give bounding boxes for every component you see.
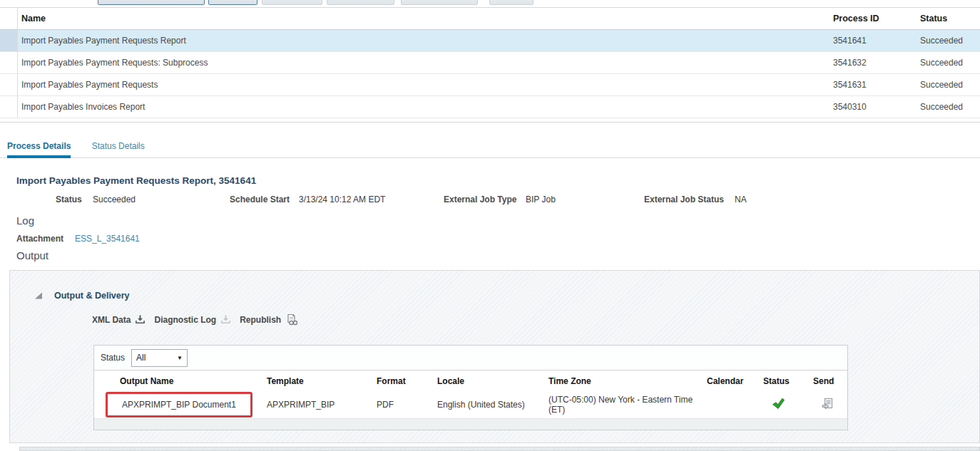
format-cell: PDF <box>377 400 437 410</box>
status-value: Succeeded <box>93 195 136 204</box>
external-job-status-label: External Job Status <box>644 195 724 204</box>
column-header-time-zone[interactable]: Time Zone <box>548 376 707 386</box>
output-table-row[interactable]: APXPRIMPT_BIP Document1 APXPRIMPT_BIP PD… <box>94 391 847 418</box>
detail-tabs: Process Details Status Details <box>0 138 980 158</box>
column-header-calendar[interactable]: Calendar <box>707 376 763 386</box>
time-zone-cell: (UTC-05:00) New York - Eastern Time (ET) <box>548 395 707 415</box>
external-job-type-value: BIP Job <box>526 195 556 204</box>
row-selector-gutter[interactable] <box>0 74 18 95</box>
process-status: Succeeded <box>920 52 980 73</box>
section-title: Output & Delivery <box>54 291 130 301</box>
process-name[interactable]: Import Payables Payment Requests: Subpro… <box>18 52 833 73</box>
success-check-icon <box>772 398 785 410</box>
process-status: Succeeded <box>920 96 980 118</box>
external-job-status-value: NA <box>735 195 747 204</box>
xml-data-button[interactable]: XML Data <box>92 314 146 325</box>
process-status: Succeeded <box>920 30 980 51</box>
republish-document-icon <box>285 313 297 326</box>
republish-button[interactable]: Republish <box>240 313 297 326</box>
row-selector-gutter <box>0 8 18 29</box>
column-header-status[interactable]: Status <box>920 8 980 29</box>
toolbar-button-2[interactable] <box>208 0 257 5</box>
tab-status-details[interactable]: Status Details <box>92 138 145 158</box>
process-id: 3541631 <box>833 74 920 95</box>
schedule-start-value: 3/13/24 10:12 AM EDT <box>299 195 385 204</box>
scheduled-processes-screen: Name Process ID Status Import Payables P… <box>0 0 980 451</box>
output-name-cell[interactable]: APXPRIMPT_BIP Document1 <box>94 392 267 418</box>
top-toolbar <box>0 0 980 6</box>
send-document-icon <box>822 398 834 410</box>
process-id: 3540310 <box>833 96 920 118</box>
attachment-link[interactable]: ESS_L_3541641 <box>75 234 140 244</box>
toolbar-button-1[interactable] <box>98 0 205 5</box>
output-table-box: Status All ▼ Output Name Template Format… <box>93 345 848 430</box>
collapse-triangle-icon[interactable] <box>35 293 42 299</box>
row-selector-gutter[interactable] <box>0 96 18 118</box>
table-row[interactable]: Import Payables Payment Requests 3541631… <box>0 74 980 96</box>
process-status: Succeeded <box>920 74 980 95</box>
attachment-label: Attachment <box>16 234 63 244</box>
process-table-header: Name Process ID Status <box>0 7 980 30</box>
status-filter-dropdown[interactable]: All ▼ <box>131 349 188 367</box>
output-delivery-panel: Output & Delivery XML Data Diagnostic Lo… <box>9 270 980 443</box>
row-selector-gutter[interactable] <box>0 30 18 51</box>
template-cell: APXPRIMPT_BIP <box>267 400 377 410</box>
red-annotation-box: APXPRIMPT_BIP Document1 <box>106 392 252 418</box>
output-toolbar: XML Data Diagnostic Log Republish <box>92 313 297 326</box>
locale-cell: English (United States) <box>437 400 548 410</box>
external-job-type-label: External Job Type <box>444 195 516 204</box>
toolbar-button-6[interactable] <box>489 0 534 5</box>
row-selector-gutter[interactable] <box>0 52 18 73</box>
column-header-status[interactable]: Status <box>763 376 813 386</box>
status-cell <box>763 398 813 412</box>
send-cell[interactable] <box>813 398 849 413</box>
process-id: 3541632 <box>833 52 920 73</box>
process-name[interactable]: Import Payables Payment Requests Report <box>18 30 833 51</box>
process-name[interactable]: Import Payables Payment Requests <box>18 74 833 95</box>
status-label: Status <box>56 195 82 204</box>
column-header-locale[interactable]: Locale <box>437 376 548 386</box>
column-header-process-id[interactable]: Process ID <box>833 8 920 29</box>
section-header[interactable]: Output & Delivery <box>35 291 130 301</box>
process-name[interactable]: Import Payables Invoices Report <box>18 96 833 118</box>
process-results-table: Name Process ID Status Import Payables P… <box>0 7 980 123</box>
column-header-send[interactable]: Send <box>813 376 849 386</box>
output-table-header: Output Name Template Format Locale Time … <box>94 370 847 391</box>
output-table-footer <box>94 418 847 430</box>
column-header-output-name[interactable]: Output Name <box>94 376 267 386</box>
schedule-start-label: Schedule Start <box>230 195 290 204</box>
column-header-name[interactable]: Name <box>18 8 833 29</box>
toolbar-button-5[interactable] <box>401 0 478 5</box>
column-header-format[interactable]: Format <box>377 376 437 386</box>
detail-fields: Status Succeeded Schedule Start 3/13/24 … <box>0 195 980 207</box>
page-title: Import Payables Payment Requests Report,… <box>16 175 256 186</box>
output-section-heading: Output <box>16 249 49 261</box>
log-section-heading: Log <box>16 214 34 227</box>
table-row[interactable]: Import Payables Payment Requests: Subpro… <box>0 52 980 74</box>
caret-down-icon: ▼ <box>177 355 183 361</box>
table-row[interactable]: Import Payables Payment Requests Report … <box>0 30 980 52</box>
download-icon <box>135 314 146 325</box>
status-filter-label: Status <box>101 353 125 363</box>
download-icon-disabled <box>220 314 231 325</box>
table-bottom-border <box>0 118 980 123</box>
tab-process-details[interactable]: Process Details <box>7 138 71 158</box>
output-name-link[interactable]: APXPRIMPT_BIP Document1 <box>122 400 236 410</box>
dropdown-selected-value: All <box>136 353 177 363</box>
toolbar-button-4[interactable] <box>327 0 394 5</box>
horizontal-scrollbar[interactable] <box>19 447 980 451</box>
table-row[interactable]: Import Payables Invoices Report 3540310 … <box>0 96 980 118</box>
toolbar-button-3[interactable] <box>262 0 322 5</box>
process-id: 3541641 <box>833 30 920 51</box>
status-filter-row: Status All ▼ <box>94 346 847 370</box>
column-header-template[interactable]: Template <box>267 376 377 386</box>
diagnostic-log-button[interactable]: Diagnostic Log <box>154 314 231 325</box>
